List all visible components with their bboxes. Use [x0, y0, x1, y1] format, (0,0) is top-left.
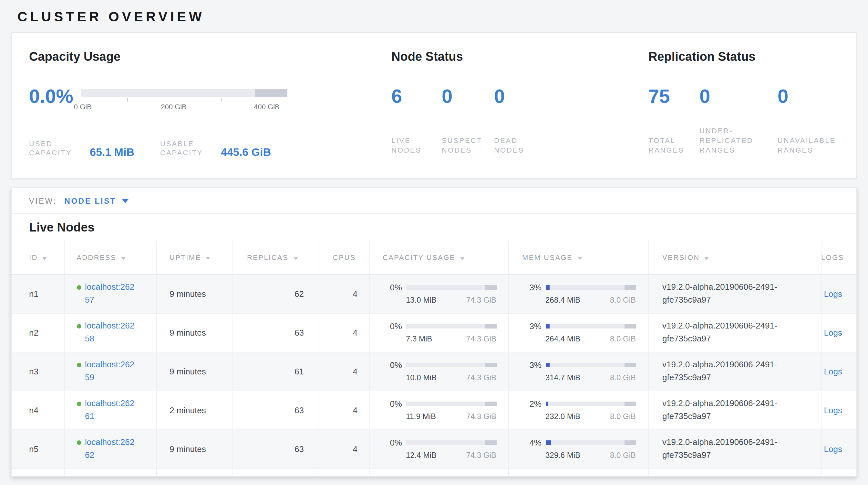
live-nodes-table: ID ADDRESS UPTIME REPLICAS CPUS CAPACITY…: [11, 240, 857, 477]
version-cell: v19.2.0-alpha.20190606-2491-gfe735c9a97: [648, 429, 821, 468]
replication-status-heading: Replication Status: [648, 50, 858, 64]
mem-used-value: 268.4 MiB: [546, 295, 580, 305]
capacity-usage-cell: 0% 12.4 MiB 74.3 GiB: [369, 429, 508, 468]
page-title: CLUSTER OVERVIEW: [18, 9, 205, 25]
column-header-label: CPUS: [333, 254, 356, 261]
uptime-cell: 9 minutes: [156, 274, 232, 313]
cpus-cell: 4: [318, 391, 369, 429]
logs-cell: Logs: [821, 429, 857, 468]
stat-label: TOTAL RANGES: [648, 136, 700, 155]
node-address-cell: localhost:26257: [64, 274, 156, 313]
live-status-icon: [76, 402, 81, 406]
capacity-usage-cell: 0% 10.0 MiB 74.3 GiB: [369, 352, 508, 391]
node-address-link[interactable]: localhost:26259: [85, 358, 136, 384]
replication-status-section: Replication Status 75 TOTAL RANGES 0 UND…: [648, 50, 858, 155]
mem-total-value: 8.0 GiB: [610, 451, 636, 460]
column-header-capacity-usage[interactable]: CAPACITY USAGE: [369, 240, 508, 274]
mem-usage-bar: [546, 402, 636, 406]
column-header-label: MEM USAGE: [522, 254, 572, 261]
axis-tick: [221, 98, 221, 102]
replicas-cell: 61: [232, 352, 318, 391]
node-address-cell: localhost:26258: [64, 313, 156, 352]
version-cell: v19.2.0-alpha.20190606-2491-gfe735c9a97: [648, 313, 821, 352]
capacity-used-percent: 0.0%: [29, 87, 81, 118]
reserved-capacity-segment: [485, 363, 496, 367]
column-header-label: REPLICAS: [247, 254, 288, 261]
stat-label: UNDER-REPLICATED RANGES: [700, 126, 778, 155]
stat-label: DEAD NODES: [494, 136, 546, 155]
replicas-cell: 63: [232, 429, 318, 468]
axis-tick-label: 200 GiB: [161, 103, 187, 111]
column-header-logs: LOGS: [821, 240, 857, 274]
uptime-cell: 9 minutes: [156, 352, 232, 391]
reserved-mem-segment: [624, 363, 636, 367]
view-label: VIEW:: [29, 196, 57, 205]
table-row: n5 localhost:26262 9 minutes 63 4 0%: [11, 429, 857, 468]
column-header-address[interactable]: ADDRESS: [64, 240, 156, 274]
capacity-total-value: 74.3 GiB: [466, 451, 496, 460]
used-capacity-label: USED CAPACITY: [29, 139, 85, 158]
column-header-uptime[interactable]: UPTIME: [156, 240, 232, 274]
uptime-cell: 2 minutes: [156, 391, 232, 429]
summary-card: Capacity Usage 0.0% 0 GiB 200 GiB 400 Gi…: [11, 32, 857, 178]
node-id-cell: n3: [11, 352, 64, 391]
logs-link[interactable]: Logs: [824, 405, 842, 415]
table-row-partially-visible: [11, 468, 857, 477]
axis-tick: [128, 98, 128, 102]
node-address-cell: localhost:26261: [64, 391, 156, 429]
logs-link[interactable]: Logs: [824, 289, 842, 298]
mem-percent: 3%: [522, 321, 541, 331]
column-header-label: ID: [29, 254, 38, 261]
sort-arrow-icon: [577, 257, 582, 260]
mem-total-value: 8.0 GiB: [610, 373, 636, 382]
logs-cell: Logs: [821, 391, 857, 429]
logs-cell: Logs: [821, 274, 857, 313]
axis-tick-label: 400 GiB: [254, 103, 280, 111]
cpus-cell: 4: [318, 274, 369, 313]
column-header-id[interactable]: ID: [11, 240, 64, 274]
capacity-percent: 0%: [383, 360, 402, 370]
replicas-cell: 63: [232, 313, 318, 352]
column-header-replicas[interactable]: REPLICAS: [232, 240, 318, 274]
axis-tick-label: 0 GiB: [74, 103, 92, 111]
stat-value: 75: [648, 87, 700, 106]
usable-capacity-label: USABLE CAPACITY: [160, 139, 216, 158]
node-status-heading: Node Status: [392, 50, 611, 64]
column-header-mem-usage[interactable]: MEM USAGE: [508, 240, 648, 274]
total-ranges-stat: 75 TOTAL RANGES: [648, 87, 700, 155]
view-selector-dropdown[interactable]: NODE LIST: [65, 196, 128, 205]
capacity-percent: 0%: [383, 321, 402, 331]
node-address-link[interactable]: localhost:26262: [85, 436, 136, 462]
logs-link[interactable]: Logs: [824, 327, 842, 337]
view-bar: VIEW: NODE LIST: [11, 188, 857, 214]
unavailable-ranges-stat: 0 UNAVAILABLE RANGES: [778, 87, 855, 155]
mem-usage-bar: [546, 440, 636, 445]
sort-arrow-icon: [42, 257, 48, 260]
version-cell: v19.2.0-alpha.20190606-2491-gfe735c9a97: [648, 352, 821, 391]
mem-usage-cell: 3% 268.4 MiB 8.0 GiB: [508, 274, 648, 313]
used-capacity-stat: USED CAPACITY 65.1 MiB: [29, 139, 160, 158]
reserved-mem-segment: [624, 324, 636, 329]
sort-arrow-icon: [704, 257, 709, 260]
table-row: n1 localhost:26257 9 minutes 62 4 0%: [11, 274, 857, 313]
chevron-down-icon: [122, 199, 128, 203]
logs-link[interactable]: Logs: [824, 444, 842, 454]
column-header-label: ADDRESS: [76, 254, 116, 261]
column-header-label: VERSION: [662, 254, 700, 261]
live-status-icon: [76, 440, 81, 445]
capacity-total-value: 74.3 GiB: [466, 373, 496, 382]
logs-link[interactable]: Logs: [824, 366, 842, 376]
capacity-bar-chart: 0 GiB 200 GiB 400 GiB: [81, 89, 287, 118]
cluster-overview-page: CLUSTER OVERVIEW Capacity Usage 0.0% 0 G…: [0, 0, 868, 485]
capacity-total-value: 74.3 GiB: [466, 295, 496, 305]
live-status-icon: [76, 363, 81, 367]
node-address-link[interactable]: localhost:26257: [85, 281, 136, 307]
sort-arrow-icon: [121, 257, 126, 260]
column-header-version[interactable]: VERSION: [648, 240, 821, 274]
stat-value: 6: [392, 87, 442, 106]
mem-usage-bar: [546, 363, 636, 367]
node-address-link[interactable]: localhost:26261: [85, 397, 136, 423]
node-address-link[interactable]: localhost:26258: [85, 319, 136, 346]
capacity-bar: [406, 324, 496, 329]
capacity-total-value: 74.3 GiB: [466, 412, 496, 421]
